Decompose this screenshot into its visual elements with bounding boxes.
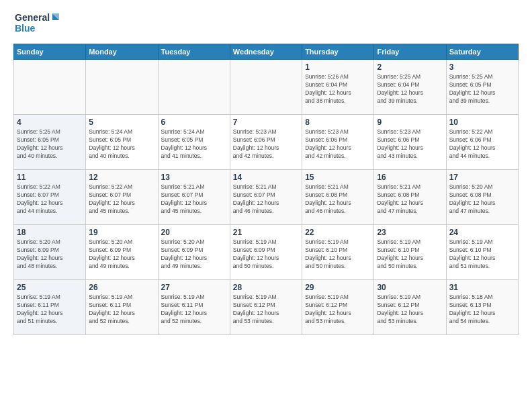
- day-info: Sunrise: 5:19 AM Sunset: 6:11 PM Dayligh…: [161, 293, 227, 326]
- calendar-cell: 12Sunrise: 5:22 AM Sunset: 6:07 PM Dayli…: [86, 170, 158, 225]
- day-info: Sunrise: 5:20 AM Sunset: 6:09 PM Dayligh…: [89, 238, 154, 271]
- day-info: Sunrise: 5:21 AM Sunset: 6:08 PM Dayligh…: [377, 183, 443, 216]
- calendar-cell: 3Sunrise: 5:25 AM Sunset: 6:05 PM Daylig…: [446, 60, 518, 115]
- logo-svg: General Blue: [13, 10, 60, 37]
- calendar-cell: 24Sunrise: 5:19 AM Sunset: 6:10 PM Dayli…: [446, 225, 518, 280]
- calendar-cell: 26Sunrise: 5:19 AM Sunset: 6:11 PM Dayli…: [86, 280, 158, 335]
- calendar-cell: 7Sunrise: 5:23 AM Sunset: 6:06 PM Daylig…: [230, 115, 302, 170]
- calendar-body: 1Sunrise: 5:26 AM Sunset: 6:04 PM Daylig…: [14, 60, 519, 335]
- day-info: Sunrise: 5:21 AM Sunset: 6:07 PM Dayligh…: [161, 183, 227, 216]
- day-info: Sunrise: 5:22 AM Sunset: 6:06 PM Dayligh…: [449, 128, 515, 161]
- calendar-cell: 23Sunrise: 5:19 AM Sunset: 6:10 PM Dayli…: [374, 225, 446, 280]
- weekday-sunday: Sunday: [14, 44, 86, 60]
- calendar-cell: [14, 60, 86, 115]
- day-number: 31: [449, 283, 515, 292]
- day-info: Sunrise: 5:22 AM Sunset: 6:07 PM Dayligh…: [89, 183, 154, 216]
- weekday-friday: Friday: [374, 44, 446, 60]
- calendar-cell: 5Sunrise: 5:24 AM Sunset: 6:05 PM Daylig…: [86, 115, 158, 170]
- calendar-cell: 17Sunrise: 5:20 AM Sunset: 6:08 PM Dayli…: [446, 170, 518, 225]
- day-info: Sunrise: 5:19 AM Sunset: 6:12 PM Dayligh…: [377, 293, 443, 326]
- day-info: Sunrise: 5:19 AM Sunset: 6:10 PM Dayligh…: [449, 238, 515, 271]
- calendar-cell: 18Sunrise: 5:20 AM Sunset: 6:09 PM Dayli…: [14, 225, 86, 280]
- day-info: Sunrise: 5:19 AM Sunset: 6:12 PM Dayligh…: [233, 293, 299, 326]
- week-row-3: 11Sunrise: 5:22 AM Sunset: 6:07 PM Dayli…: [14, 170, 519, 225]
- day-number: 25: [17, 283, 83, 292]
- weekday-tuesday: Tuesday: [158, 44, 230, 60]
- calendar-cell: [158, 60, 230, 115]
- day-info: Sunrise: 5:25 AM Sunset: 6:05 PM Dayligh…: [449, 73, 515, 105]
- day-info: Sunrise: 5:20 AM Sunset: 6:09 PM Dayligh…: [161, 238, 227, 271]
- weekday-saturday: Saturday: [446, 44, 518, 60]
- day-number: 24: [449, 228, 515, 237]
- day-info: Sunrise: 5:21 AM Sunset: 6:08 PM Dayligh…: [305, 183, 371, 216]
- logo: General Blue: [13, 10, 60, 37]
- day-info: Sunrise: 5:19 AM Sunset: 6:12 PM Dayligh…: [305, 293, 371, 326]
- page-header: General Blue: [13, 10, 519, 37]
- day-info: Sunrise: 5:21 AM Sunset: 6:07 PM Dayligh…: [233, 183, 299, 216]
- day-info: Sunrise: 5:19 AM Sunset: 6:10 PM Dayligh…: [377, 238, 443, 271]
- calendar-cell: 4Sunrise: 5:25 AM Sunset: 6:05 PM Daylig…: [14, 115, 86, 170]
- day-number: 7: [233, 118, 299, 127]
- day-info: Sunrise: 5:19 AM Sunset: 6:11 PM Dayligh…: [89, 293, 154, 326]
- day-number: 23: [377, 228, 443, 237]
- weekday-wednesday: Wednesday: [230, 44, 302, 60]
- day-number: 13: [161, 173, 227, 182]
- day-number: 19: [89, 228, 154, 237]
- day-number: 29: [305, 283, 371, 292]
- day-info: Sunrise: 5:26 AM Sunset: 6:04 PM Dayligh…: [305, 73, 371, 105]
- day-number: 11: [17, 173, 83, 182]
- weekday-thursday: Thursday: [302, 44, 374, 60]
- calendar-cell: 13Sunrise: 5:21 AM Sunset: 6:07 PM Dayli…: [158, 170, 230, 225]
- calendar-cell: 19Sunrise: 5:20 AM Sunset: 6:09 PM Dayli…: [86, 225, 158, 280]
- day-number: 28: [233, 283, 299, 292]
- calendar-cell: 9Sunrise: 5:23 AM Sunset: 6:06 PM Daylig…: [374, 115, 446, 170]
- calendar-cell: 16Sunrise: 5:21 AM Sunset: 6:08 PM Dayli…: [374, 170, 446, 225]
- calendar-cell: [230, 60, 302, 115]
- day-number: 22: [305, 228, 371, 237]
- day-number: 18: [17, 228, 83, 237]
- calendar-cell: 15Sunrise: 5:21 AM Sunset: 6:08 PM Dayli…: [302, 170, 374, 225]
- calendar-cell: 27Sunrise: 5:19 AM Sunset: 6:11 PM Dayli…: [158, 280, 230, 335]
- calendar-cell: 22Sunrise: 5:19 AM Sunset: 6:10 PM Dayli…: [302, 225, 374, 280]
- day-info: Sunrise: 5:18 AM Sunset: 6:13 PM Dayligh…: [449, 293, 515, 326]
- day-number: 6: [161, 118, 227, 127]
- day-info: Sunrise: 5:20 AM Sunset: 6:09 PM Dayligh…: [17, 238, 83, 271]
- day-number: 17: [449, 173, 515, 182]
- calendar-cell: 25Sunrise: 5:19 AM Sunset: 6:11 PM Dayli…: [14, 280, 86, 335]
- day-number: 5: [89, 118, 154, 127]
- day-number: 9: [377, 118, 443, 127]
- day-info: Sunrise: 5:23 AM Sunset: 6:06 PM Dayligh…: [233, 128, 299, 161]
- calendar-cell: 30Sunrise: 5:19 AM Sunset: 6:12 PM Dayli…: [374, 280, 446, 335]
- week-row-1: 1Sunrise: 5:26 AM Sunset: 6:04 PM Daylig…: [14, 60, 519, 115]
- day-number: 12: [89, 173, 154, 182]
- calendar-cell: 29Sunrise: 5:19 AM Sunset: 6:12 PM Dayli…: [302, 280, 374, 335]
- calendar-cell: 11Sunrise: 5:22 AM Sunset: 6:07 PM Dayli…: [14, 170, 86, 225]
- svg-text:General: General: [15, 12, 50, 23]
- calendar-cell: 2Sunrise: 5:25 AM Sunset: 6:04 PM Daylig…: [374, 60, 446, 115]
- day-number: 20: [161, 228, 227, 237]
- day-info: Sunrise: 5:25 AM Sunset: 6:05 PM Dayligh…: [17, 128, 83, 161]
- day-info: Sunrise: 5:22 AM Sunset: 6:07 PM Dayligh…: [17, 183, 83, 216]
- calendar-cell: [86, 60, 158, 115]
- week-row-5: 25Sunrise: 5:19 AM Sunset: 6:11 PM Dayli…: [14, 280, 519, 335]
- day-info: Sunrise: 5:19 AM Sunset: 6:10 PM Dayligh…: [305, 238, 371, 271]
- day-number: 1: [305, 62, 371, 72]
- weekday-header-row: SundayMondayTuesdayWednesdayThursdayFrid…: [14, 44, 519, 60]
- day-number: 10: [449, 118, 515, 127]
- day-number: 2: [377, 62, 443, 72]
- calendar-table: SundayMondayTuesdayWednesdayThursdayFrid…: [13, 44, 519, 335]
- week-row-2: 4Sunrise: 5:25 AM Sunset: 6:05 PM Daylig…: [14, 115, 519, 170]
- day-number: 3: [449, 62, 515, 72]
- day-number: 26: [89, 283, 154, 292]
- day-info: Sunrise: 5:24 AM Sunset: 6:05 PM Dayligh…: [161, 128, 227, 161]
- day-number: 16: [377, 173, 443, 182]
- day-info: Sunrise: 5:25 AM Sunset: 6:04 PM Dayligh…: [377, 73, 443, 105]
- day-number: 4: [17, 118, 83, 127]
- day-info: Sunrise: 5:19 AM Sunset: 6:11 PM Dayligh…: [17, 293, 83, 326]
- calendar-cell: 14Sunrise: 5:21 AM Sunset: 6:07 PM Dayli…: [230, 170, 302, 225]
- day-number: 27: [161, 283, 227, 292]
- calendar-cell: 31Sunrise: 5:18 AM Sunset: 6:13 PM Dayli…: [446, 280, 518, 335]
- day-info: Sunrise: 5:19 AM Sunset: 6:09 PM Dayligh…: [233, 238, 299, 271]
- calendar-cell: 1Sunrise: 5:26 AM Sunset: 6:04 PM Daylig…: [302, 60, 374, 115]
- day-number: 30: [377, 283, 443, 292]
